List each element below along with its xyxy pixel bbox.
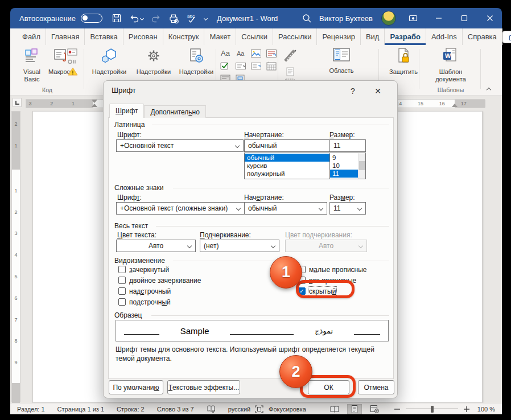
collapse-ribbon-icon[interactable] (487, 88, 491, 92)
ribbon-tab[interactable]: Рассылки (273, 28, 317, 45)
latin-font-label: Шрифт: (117, 131, 142, 139)
zoom-out-icon[interactable] (394, 406, 401, 413)
status-item[interactable]: Строка: 2 (117, 406, 145, 413)
addins-button[interactable]: Надстройки (88, 47, 131, 76)
effect-checkbox-option[interactable]: двойное зачеркивание (118, 275, 201, 286)
zoom-in-icon[interactable] (463, 406, 470, 413)
qat-more-icon[interactable] (204, 16, 208, 20)
picture-control-icon[interactable] (250, 48, 262, 59)
checkbox-label: надстрочный (129, 287, 171, 295)
com-addins-label: Надстройки (179, 68, 213, 76)
zoom-slider[interactable] (406, 405, 458, 413)
ribbon-tab[interactable]: Разрабо (385, 28, 426, 45)
com-addins-button[interactable]: Надстройки (175, 47, 217, 76)
font-color-select[interactable]: Авто (116, 240, 196, 252)
list-option[interactable]: 11 (330, 170, 358, 178)
save-icon[interactable] (112, 13, 122, 23)
checkbox-control-icon[interactable] (220, 61, 231, 71)
xml-mapping-pane-button[interactable]: Область (318, 47, 365, 75)
effect-checkbox-option[interactable]: зачеркнутый (118, 264, 201, 275)
effect-checkbox-option[interactable]: малые прописные (298, 264, 367, 275)
design-mode-icon[interactable] (283, 48, 298, 63)
effect-checkbox-option[interactable]: надстрочный (118, 286, 201, 297)
document-template-button[interactable]: W Шаблон документа (426, 47, 476, 83)
effect-checkbox-option[interactable]: подстрочный (118, 297, 201, 307)
ribbon-tab[interactable]: Главная (46, 28, 85, 45)
dialog-close-icon[interactable]: ✕ (371, 85, 385, 97)
list-option[interactable]: 9 (330, 154, 358, 162)
read-mode-icon[interactable] (327, 404, 342, 414)
proofing-icon[interactable] (207, 405, 216, 413)
help-icon[interactable]: ? (346, 85, 360, 97)
cancel-button[interactable]: Отмена (358, 380, 394, 394)
maximize-icon[interactable] (456, 14, 473, 22)
zoom-level[interactable]: 100 % (477, 406, 495, 413)
scrollbar[interactable] (358, 153, 365, 179)
first-line-indent-marker[interactable] (92, 100, 97, 103)
right-indent-marker[interactable] (452, 104, 458, 107)
ribbon-tab[interactable]: Вид (361, 28, 385, 45)
complex-size-select[interactable]: 11 (329, 202, 366, 215)
status-item[interactable]: Раздел: 1 (17, 406, 45, 413)
text-effects-button[interactable]: Текстовые эффекты... (167, 380, 240, 394)
language-status[interactable]: русский (228, 406, 250, 413)
plain-text-control-icon[interactable]: Aa (235, 48, 246, 59)
ribbon-tab[interactable]: Файл (17, 28, 46, 45)
dropdown-list-control-icon[interactable] (250, 61, 262, 71)
search-icon[interactable] (302, 13, 312, 23)
latin-font-select[interactable]: +Основной текст (116, 139, 244, 152)
ribbon-tab[interactable]: Вставка (85, 28, 123, 45)
checkbox-label: подстрочный (129, 298, 171, 306)
print-icon[interactable] (168, 13, 179, 24)
user-avatar[interactable] (381, 11, 396, 26)
ribbon-display-options-icon[interactable] (405, 13, 422, 23)
record-macro-icon[interactable] (67, 48, 77, 56)
print-layout-icon[interactable] (347, 404, 362, 414)
combo-box-control-icon[interactable] (235, 61, 246, 71)
status-item[interactable]: Слово 3 из 7 (157, 406, 194, 413)
latin-size-input[interactable] (329, 139, 366, 152)
ribbon-tab[interactable]: Макет (204, 28, 236, 45)
user-name[interactable]: Виктор Бухтеев (319, 14, 373, 23)
latin-size-list[interactable]: 91011 (329, 153, 366, 179)
macro-security-warning-icon[interactable] (68, 67, 78, 76)
undo-dropdown-icon[interactable] (140, 16, 144, 20)
focus-mode-label[interactable]: Фокусировка (269, 406, 306, 413)
ribbon-tab[interactable]: Ссылки (236, 28, 273, 45)
hanging-indent-marker[interactable] (92, 104, 97, 107)
group-label-preview: Образец (114, 311, 142, 319)
repeating-section-control-icon[interactable] (266, 48, 277, 59)
dialog-title: Шрифт (112, 86, 136, 94)
minimize-icon[interactable] (430, 14, 447, 22)
ribbon-tab[interactable]: Конструк (163, 28, 205, 45)
complex-font-select[interactable]: +Основной текст (сложные знаки) (116, 202, 245, 215)
undo-icon[interactable] (129, 13, 143, 23)
dialog-tab[interactable]: Шрифт (109, 104, 144, 118)
spelling-icon[interactable]: abc (187, 13, 197, 23)
office-addins-button[interactable]: Надстройки (132, 47, 175, 76)
zoom-thumb[interactable] (431, 406, 434, 413)
ribbon-tab[interactable]: Рисован (123, 28, 163, 45)
share-button[interactable]: Поделиться (502, 31, 511, 43)
ruler-number: 7 (11, 309, 20, 331)
underline-style-select[interactable]: (нет) (200, 240, 279, 252)
ruler-number: 3 (19, 99, 41, 108)
dialog-tab[interactable]: Дополнительно (144, 105, 205, 118)
focus-mode-icon[interactable] (255, 405, 263, 413)
list-option[interactable]: 10 (330, 162, 358, 170)
ribbon-tab[interactable]: Справка (463, 28, 502, 45)
date-picker-control-icon[interactable] (266, 61, 277, 71)
complex-style-select[interactable]: обычный (244, 202, 327, 215)
rich-text-control-icon[interactable]: Aa (220, 48, 231, 59)
set-default-button[interactable]: По умолчанию (109, 380, 163, 394)
protect-button[interactable]: Защитить (383, 47, 424, 76)
ruler-number: 8 (11, 331, 20, 352)
chevron-down-icon (357, 206, 362, 211)
autosave-toggle[interactable] (81, 14, 102, 23)
ribbon-tab[interactable]: Рецензир (317, 28, 361, 45)
ribbon-tab[interactable]: Add-Ins (426, 28, 463, 45)
close-icon[interactable] (481, 14, 498, 22)
web-layout-icon[interactable] (367, 404, 382, 414)
underline-color-label: Цвет подчеркивания: (285, 231, 352, 239)
status-item[interactable]: Страница 1 из 1 (57, 406, 104, 413)
